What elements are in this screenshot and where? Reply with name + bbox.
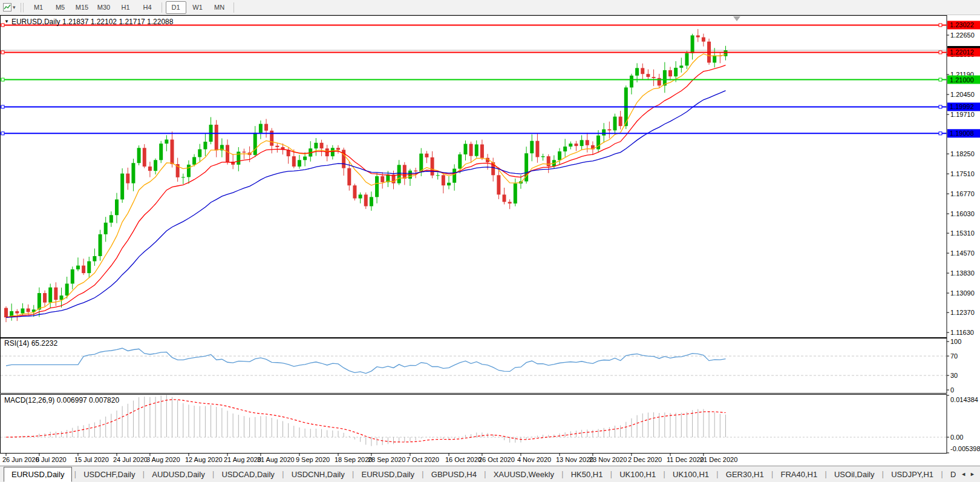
chart-tab-HK50-H1[interactable]: HK50,H1	[566, 467, 609, 481]
rsi-tick-label: 100	[950, 338, 961, 345]
date-tick-label: 26 Oct 2020	[479, 456, 515, 463]
date-tick-label: 24 Jul 2020	[113, 456, 148, 463]
chart-tabs: EURUSD,Daily | USDCHF,Daily | AUDUSD,Dai…	[0, 466, 956, 482]
price-tick-label: 1.17510	[950, 170, 975, 177]
tab-scroll-right-icon[interactable]: ►	[970, 471, 975, 477]
date-tick-label: 7 Oct 2020	[407, 456, 439, 463]
date-tick-label: 2 Dec 2020	[628, 456, 662, 463]
price-tick-label: 1.22650	[950, 31, 975, 39]
macd-tick-label: -0.005398	[950, 445, 980, 452]
rsi-panel[interactable]	[1, 338, 947, 394]
main-chart-panel[interactable]	[1, 16, 947, 338]
price-tick-label: 1.13830	[950, 269, 975, 277]
chart-tab-UK100-H1[interactable]: UK100,H1	[667, 467, 714, 481]
tab-separator: |	[560, 470, 566, 478]
chart-tab-DJ30-Daily[interactable]: DJ30,Daily	[945, 467, 956, 481]
svg-text:1.23022: 1.23022	[950, 21, 974, 28]
chart-tab-FRA40-H1[interactable]: FRA40,H1	[775, 467, 823, 481]
date-tick-label: 11 Dec 2020	[667, 456, 704, 463]
price-tick-label: 1.20450	[950, 91, 975, 98]
chart-tab-GBPUSD-H4[interactable]: GBPUSD,H4	[426, 467, 482, 481]
chart-tab-bar: EURUSD,Daily | USDCHF,Daily | AUDUSD,Dai…	[0, 466, 980, 482]
rsi-tick-label: 0	[950, 386, 954, 394]
svg-text:1.22012: 1.22012	[950, 48, 974, 56]
svg-text:1.19992: 1.19992	[950, 103, 974, 110]
date-tick-label: 16 Oct 2020	[445, 456, 482, 463]
chart-tab-XAUUSD-Weekly[interactable]: XAUUSD,Weekly	[488, 467, 560, 481]
chart-title: ▼EURUSD,Daily 1.21837 1.22102 1.21717 1.…	[4, 18, 173, 26]
tab-separator: |	[211, 470, 217, 478]
chart-tab-EURUSD-Daily[interactable]: EURUSD,Daily	[356, 467, 420, 481]
chart-symbol-title: EURUSD,Daily	[11, 18, 60, 26]
chart-tab-EURUSD-Daily[interactable]: EURUSD,Daily	[4, 467, 72, 482]
tab-separator: |	[72, 470, 78, 478]
date-tick-label: 23 Nov 2020	[589, 456, 627, 463]
chart-tab-GER30-H1[interactable]: GER30,H1	[720, 467, 769, 481]
date-tick-label: 21 Dec 2020	[700, 456, 737, 463]
price-tick-label: 1.14570	[950, 249, 975, 257]
price-tick-label: 1.15310	[950, 229, 975, 237]
date-tick-label: 6 Jul 2020	[36, 456, 67, 463]
hline-handle[interactable]	[1, 132, 4, 135]
date-tick-label: 13 Nov 2020	[556, 456, 593, 463]
hline-handle[interactable]	[939, 105, 942, 108]
rsi-tick-label: 70	[950, 352, 958, 360]
price-tick-label: 1.16770	[950, 190, 975, 197]
macd-tick-label: 0.00	[950, 434, 963, 441]
macd-indicator-label: MACD(12,26,9) 0.006997 0.007820	[4, 396, 119, 404]
tab-scroll-left-icon[interactable]: ◄	[961, 471, 966, 477]
rsi-axis[interactable]: 10070300	[947, 338, 961, 394]
price-tick-label: 1.18250	[950, 150, 975, 157]
tab-separator: |	[482, 470, 488, 478]
price-tick-label: 1.12370	[950, 309, 975, 316]
date-tick-label: 28 Sep 2020	[368, 456, 405, 463]
date-axis[interactable]: 26 Jun 20206 Jul 202015 Jul 202024 Jul 2…	[2, 453, 737, 463]
tab-separator: |	[823, 470, 829, 478]
price-tick-label: 1.11630	[950, 329, 974, 336]
tab-separator: |	[939, 470, 945, 478]
price-tick-label: 1.13090	[950, 289, 975, 297]
price-tick-label: 1.16030	[950, 210, 975, 217]
rsi-indicator-label: RSI(14) 65.2232	[4, 339, 57, 348]
date-tick-label: 31 Aug 2020	[257, 456, 295, 463]
date-tick-label: 3 Aug 2020	[146, 456, 180, 463]
hline-handle[interactable]	[939, 24, 942, 27]
chart-tab-USDCAD-Daily[interactable]: USDCAD,Daily	[216, 467, 279, 481]
date-tick-label: 9 Sep 2020	[296, 456, 330, 463]
hline-handle[interactable]	[1, 51, 4, 54]
tab-separator: |	[280, 470, 286, 478]
hline-handle[interactable]	[939, 132, 942, 135]
macd-axis[interactable]: 0.0143840.00-0.005398	[947, 395, 980, 453]
chart-tab-USDJPY-H1[interactable]: USDJPY,H1	[886, 467, 939, 481]
price-tick-label: 1.19710	[950, 111, 975, 118]
tab-separator: |	[661, 470, 667, 478]
chart-tab-UK100-H1[interactable]: UK100,H1	[614, 467, 661, 481]
hline-handle[interactable]	[1, 78, 4, 81]
hline-handle[interactable]	[939, 51, 942, 54]
chart-ohlc-values: 1.21837 1.22102 1.21717 1.22088	[62, 18, 174, 26]
hline-handle[interactable]	[939, 78, 942, 81]
date-tick-label: 18 Sep 2020	[335, 456, 372, 463]
tab-separator: |	[714, 470, 720, 478]
chart-tab-USOil-Daily[interactable]: USOil,Daily	[829, 467, 880, 481]
chart-tab-AUDUSD-Daily[interactable]: AUDUSD,Daily	[146, 467, 210, 481]
tab-separator: |	[350, 470, 356, 478]
tab-scroll-buttons: ◄ ►	[956, 466, 980, 482]
date-tick-label: 12 Aug 2020	[185, 456, 223, 463]
macd-tick-label: 0.014384	[950, 396, 978, 403]
hline-handle[interactable]	[1, 105, 4, 108]
rsi-tick-label: 30	[950, 372, 958, 379]
chart-tab-USDCHF-Daily[interactable]: USDCHF,Daily	[78, 467, 140, 481]
tab-separator: |	[420, 470, 426, 478]
date-tick-label: 21 Aug 2020	[224, 456, 261, 463]
tab-separator: |	[608, 470, 614, 478]
date-tick-label: 4 Nov 2020	[517, 456, 551, 463]
title-dropdown-icon[interactable]: ▼	[4, 19, 9, 24]
macd-panel[interactable]	[1, 395, 947, 454]
date-tick-label: 15 Jul 2020	[74, 456, 109, 463]
chart-canvas[interactable]: 1.226501.219301.211901.204501.197101.182…	[0, 0, 980, 482]
chart-tab-USDCNH-Daily[interactable]: USDCNH,Daily	[286, 467, 350, 481]
svg-text:1.21000: 1.21000	[950, 76, 974, 84]
tab-separator: |	[880, 470, 886, 478]
svg-text:1.19008: 1.19008	[950, 130, 974, 137]
